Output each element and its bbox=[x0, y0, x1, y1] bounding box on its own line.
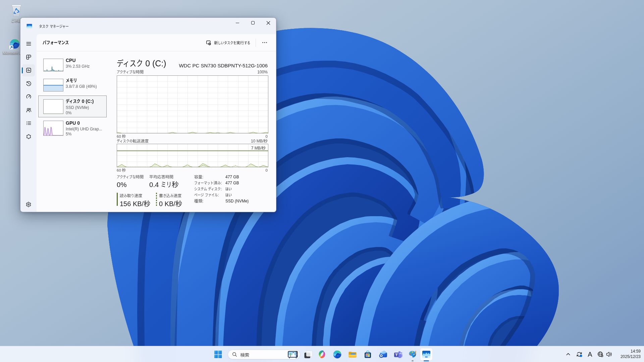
chart2-label: ディスクの転送速度 bbox=[117, 139, 149, 143]
cpu-mini-chart bbox=[43, 59, 63, 71]
tray-volume-button[interactable] bbox=[605, 351, 613, 358]
copilot-button[interactable] bbox=[315, 347, 329, 362]
start-button[interactable] bbox=[211, 347, 225, 362]
file-explorer-button[interactable] bbox=[345, 347, 360, 362]
chart2-x-left: 60 秒 bbox=[117, 168, 126, 173]
perf-item-sub2: 5% bbox=[66, 132, 71, 137]
close-button[interactable] bbox=[261, 18, 276, 28]
write-speed-label: 書き込み速度 bbox=[159, 192, 181, 198]
file-explorer-icon bbox=[348, 350, 357, 359]
info-value: はい bbox=[225, 193, 232, 197]
read-speed-indicator bbox=[117, 193, 118, 206]
task-view-icon bbox=[304, 351, 313, 358]
stat-label-avg-response: 平均応答時間 bbox=[149, 175, 173, 179]
speaker-icon bbox=[605, 351, 613, 358]
nav-processes[interactable] bbox=[22, 51, 35, 63]
search-highlight-tv-icon[interactable] bbox=[287, 351, 299, 359]
nav-menu-button[interactable] bbox=[22, 38, 35, 50]
users-icon bbox=[26, 107, 32, 113]
performance-icon bbox=[26, 67, 32, 73]
perf-item-disk-selected[interactable]: ディスク 0 (C:) SSD (NVMe) 0% bbox=[38, 96, 107, 117]
info-label: フォーマット済み: bbox=[194, 181, 225, 186]
write-speed-value: 0 KB/秒 bbox=[159, 198, 182, 208]
copilot-icon bbox=[318, 350, 326, 359]
history-icon bbox=[26, 81, 32, 86]
info-value: 477 GB bbox=[225, 175, 239, 179]
chart1-label: アクティブな時間 bbox=[117, 70, 144, 74]
disk-model: WDC PC SN730 SDBPNTY-512G-1006 bbox=[179, 62, 268, 70]
tray-network-button[interactable] bbox=[597, 351, 604, 358]
nav-app-history[interactable] bbox=[22, 77, 35, 89]
close-icon bbox=[261, 18, 276, 28]
stat-value-avg-response: 0.4 ミリ秒 bbox=[149, 180, 179, 189]
details-list-icon bbox=[26, 120, 32, 126]
info-label: 種類: bbox=[194, 199, 225, 204]
task-manager-app-icon bbox=[26, 24, 32, 28]
search-icon bbox=[232, 352, 237, 357]
maximize-button[interactable] bbox=[245, 18, 261, 28]
perf-item-title: GPU 0 bbox=[66, 120, 80, 126]
globe-no-internet-icon bbox=[597, 351, 604, 358]
perf-item-sub2: 0% bbox=[66, 111, 71, 116]
chart2-ymax: 10 MB/秒 bbox=[251, 139, 268, 143]
settings-gear-icon bbox=[25, 201, 32, 207]
task-manager-window: タスク マネージャー bbox=[20, 17, 276, 212]
page-title: パフォーマンス bbox=[43, 39, 69, 46]
tray-time: 14:59 bbox=[621, 349, 641, 354]
teams-button[interactable] bbox=[390, 347, 405, 362]
edge-button[interactable] bbox=[330, 347, 344, 362]
window-titlebar[interactable]: タスク マネージャー bbox=[20, 18, 276, 34]
read-speed-label: 読み取り速度 bbox=[120, 192, 142, 198]
taskbar: 検索 bbox=[0, 346, 644, 362]
nav-details[interactable] bbox=[22, 117, 35, 129]
chevron-up-icon bbox=[565, 351, 572, 358]
recycle-bin-icon bbox=[10, 3, 23, 17]
perf-item-sub: 3.8/7.8 GB (49%) bbox=[66, 84, 97, 89]
maximize-icon bbox=[245, 18, 261, 28]
disk-info-grid: 容量:477 GB フォーマット済み:477 GB システム ディスク:はい ペ… bbox=[194, 175, 276, 207]
chart1-x-left: 60 秒 bbox=[117, 134, 126, 139]
tray-ime-mode-button[interactable]: A bbox=[586, 351, 594, 358]
windows-update-icon bbox=[576, 351, 583, 358]
nav-performance[interactable] bbox=[22, 64, 35, 76]
perf-item-title: メモリ bbox=[66, 77, 77, 84]
info-label: 容量: bbox=[194, 175, 225, 180]
outlook-button[interactable] bbox=[375, 347, 390, 362]
disk-transfer-chart bbox=[117, 144, 268, 167]
edge-shortcut-icon bbox=[9, 38, 20, 50]
outlook-icon bbox=[378, 350, 387, 359]
chart2-peak-label: 7 MB/秒 bbox=[251, 146, 266, 150]
microsoft-store-button[interactable] bbox=[360, 347, 375, 362]
nav-settings[interactable] bbox=[22, 198, 35, 210]
services-icon bbox=[26, 134, 32, 139]
tray-clock[interactable]: 14:59 2025/12/23 bbox=[621, 349, 641, 359]
nav-users[interactable] bbox=[22, 104, 35, 116]
info-value: SSD (NVMe) bbox=[225, 199, 249, 203]
windows-start-icon bbox=[214, 350, 222, 358]
task-view-button[interactable] bbox=[301, 347, 316, 362]
perf-item-sub: SSD (NVMe) bbox=[66, 105, 89, 110]
navigation-rail bbox=[20, 34, 37, 212]
tray-update-icon-button[interactable] bbox=[576, 351, 583, 358]
write-speed-block: 書き込み速度 0 KB/秒 bbox=[156, 191, 195, 208]
tray-show-hidden-button[interactable] bbox=[565, 351, 572, 358]
perf-item-title: ディスク 0 (C:) bbox=[66, 98, 94, 105]
task-manager-button[interactable] bbox=[419, 347, 434, 362]
minimize-button[interactable] bbox=[230, 18, 245, 28]
info-label: システム ディスク: bbox=[194, 187, 225, 192]
nav-startup-apps[interactable] bbox=[22, 91, 35, 103]
perf-item-sub: 3% 2.53 GHz bbox=[66, 64, 90, 69]
task-manager-icon bbox=[422, 350, 431, 359]
memory-mini-chart bbox=[43, 79, 63, 92]
perf-item-memory[interactable]: メモリ 3.8/7.8 GB (49%) bbox=[38, 76, 107, 95]
perf-item-cpu[interactable]: CPU 3% 2.53 GHz bbox=[38, 56, 107, 75]
perf-item-gpu[interactable]: GPU 0 Intel(R) UHD Grap... 5% bbox=[38, 118, 107, 139]
tray-date: 2025/12/23 bbox=[621, 354, 641, 359]
content-panel: パフォーマンス 新しいタスクを実行する bbox=[37, 34, 276, 212]
desktop: ごみ箱 Microsoft Edge タスク bbox=[0, 0, 644, 362]
taskbar-search-box[interactable]: 検索 bbox=[228, 350, 300, 359]
nav-services[interactable] bbox=[22, 130, 35, 142]
gpu-mini-chart bbox=[43, 121, 63, 136]
info-label: ページ ファイル: bbox=[194, 193, 225, 198]
paint-button[interactable] bbox=[405, 347, 420, 362]
